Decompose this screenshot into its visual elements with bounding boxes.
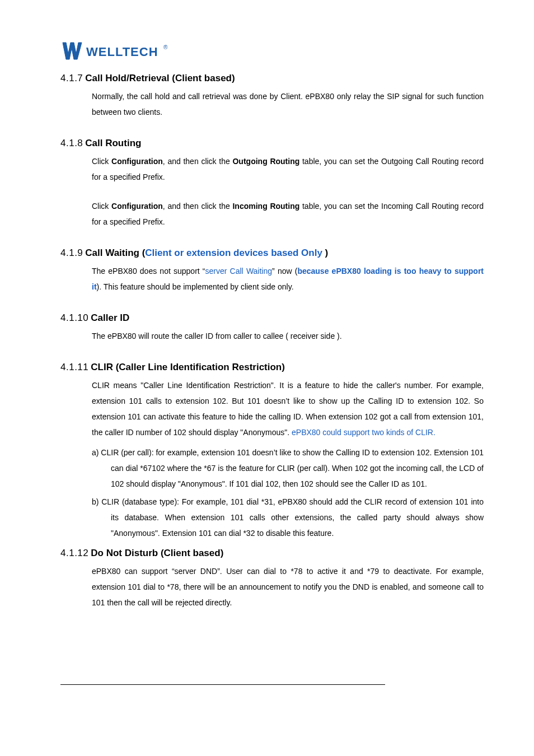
document-content: 4.1.7 Call Hold/Retrieval (Client based)…	[60, 73, 484, 610]
text-run: Incoming Routing	[232, 202, 299, 211]
section-heading: 4.1.9 Call Waiting (Client or extension …	[60, 248, 484, 259]
logo-reg-icon: ®	[163, 44, 168, 50]
footer-rule	[60, 684, 385, 685]
paragraph: ePBX80 can support “server DND”. User ca…	[92, 563, 484, 610]
section-number: 4.1.10	[60, 312, 88, 324]
section-title: CLIR (Caller Line Identification Restric…	[91, 362, 285, 373]
text-run: Normally, the call hold and call retriev…	[92, 92, 484, 116]
section-number: 4.1.9	[60, 248, 83, 259]
text-run: ). This feature should be implemented by…	[97, 282, 294, 291]
text-run: Configuration	[111, 202, 163, 211]
section-heading: 4.1.8 Call Routing	[60, 138, 484, 149]
text-run: b) CLIR (database type): For example, 10…	[92, 497, 484, 538]
section-heading: 4.1.11 CLIR (Caller Line Identification …	[60, 362, 484, 373]
text-run: ePBX80 could support two kinds of CLIR.	[292, 428, 435, 437]
text-run: The ePBX80 will route the caller ID from…	[92, 332, 342, 340]
text-run: , and then click the	[163, 157, 233, 166]
logo-text: WELLTECH	[86, 45, 158, 59]
text-run: ” now (	[272, 267, 297, 276]
text-run: Outgoing Routing	[232, 157, 299, 166]
title-part: CLIR (Caller Line Identification Restric…	[91, 362, 285, 372]
text-run: , and then click the	[163, 202, 233, 211]
logo-svg: WELLTECH ®	[60, 39, 178, 63]
title-part: Caller ID	[91, 312, 129, 323]
title-part: Client or extension devices based Only	[145, 248, 325, 258]
section-title: Call Routing	[85, 138, 141, 149]
title-part: Call Hold/Retrieval (Client based)	[85, 73, 235, 83]
section-title: Call Waiting (Client or extension device…	[85, 248, 328, 259]
text-run: Click	[92, 157, 111, 166]
section-title: Call Hold/Retrieval (Client based)	[85, 73, 235, 84]
section-heading: 4.1.10 Caller ID	[60, 312, 484, 324]
section-heading: 4.1.7 Call Hold/Retrieval (Client based)	[60, 73, 484, 84]
text-run: Configuration	[111, 157, 163, 166]
paragraph: Click Configuration, and then click the …	[92, 153, 484, 185]
title-part: )	[325, 248, 329, 258]
title-part: Call Routing	[85, 138, 141, 148]
paragraph: The ePBX80 does not support “server Call…	[92, 263, 484, 295]
text-run: server Call Waiting	[205, 267, 273, 276]
paragraph: The ePBX80 will route the caller ID from…	[92, 328, 484, 344]
section-title: Do Not Disturb (Client based)	[91, 548, 223, 559]
section-number: 4.1.11	[60, 362, 88, 373]
section-heading: 4.1.12 Do Not Disturb (Client based)	[60, 548, 484, 559]
page-container: WELLTECH ® 4.1.7 Call Hold/Retrieval (Cl…	[0, 0, 534, 657]
section-title: Caller ID	[91, 312, 129, 324]
paragraph: Normally, the call hold and call retriev…	[92, 88, 484, 120]
paragraph: b) CLIR (database type): For example, 10…	[92, 494, 484, 541]
title-part: Call Waiting (	[85, 248, 145, 258]
section-number: 4.1.12	[60, 548, 88, 559]
paragraph: Click Configuration, and then click the …	[92, 198, 484, 230]
text-run: a) CLIR (per call): for example, extensi…	[92, 448, 484, 488]
text-run: Click	[92, 202, 111, 211]
text-run: ePBX80 can support “server DND”. User ca…	[92, 567, 484, 607]
section-number: 4.1.7	[60, 73, 83, 84]
paragraph: CLIR means "Caller Line Identification R…	[92, 377, 484, 440]
logo: WELLTECH ®	[60, 39, 484, 63]
paragraph: a) CLIR (per call): for example, extensi…	[92, 445, 484, 492]
text-run: The ePBX80 does not support “	[92, 267, 205, 276]
section-number: 4.1.8	[60, 138, 83, 149]
title-part: Do Not Disturb (Client based)	[91, 548, 223, 558]
